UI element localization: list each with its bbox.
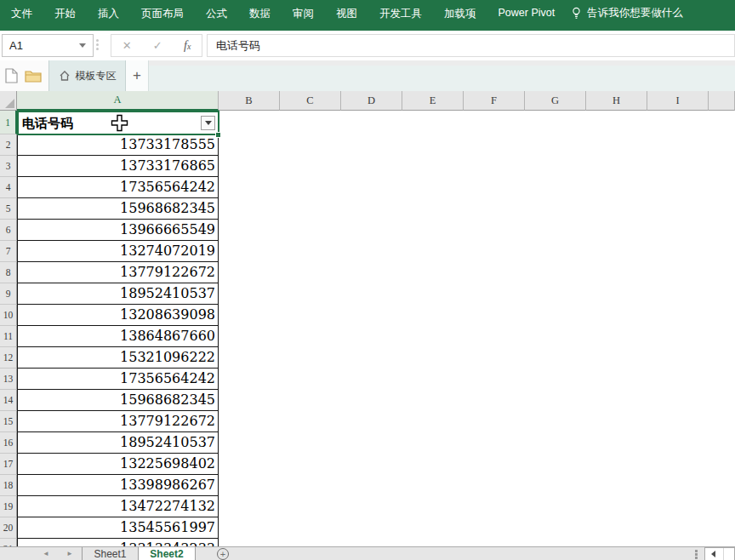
column-header-G[interactable]: G <box>525 91 586 111</box>
enter-icon[interactable]: ✓ <box>153 39 162 52</box>
name-box[interactable]: A1 <box>2 34 94 57</box>
filter-arrow-icon <box>205 121 212 125</box>
ribbon-tab-9[interactable]: 开发工具 <box>368 0 433 26</box>
row-header-18[interactable]: 18 <box>0 475 17 496</box>
sheet-tab-sheet1[interactable]: Sheet1 <box>82 547 138 560</box>
cell-A14[interactable]: 15968682345 <box>17 390 219 411</box>
row-header-11[interactable]: 11 <box>0 326 17 347</box>
cell-A8[interactable]: 13779122672 <box>17 262 219 283</box>
ribbon-tab-10[interactable]: 加载项 <box>433 0 487 26</box>
row-header-14[interactable]: 14 <box>0 390 17 411</box>
ribbon-tabs: 文件开始插入页面布局公式数据审阅视图开发工具加载项Power Pivot <box>0 0 566 26</box>
row-header-12[interactable]: 12 <box>0 347 17 369</box>
ribbon-tab-11[interactable]: Power Pivot <box>487 0 567 26</box>
row-header-1[interactable]: 1 <box>0 111 17 134</box>
name-box-dropdown-icon[interactable] <box>79 43 86 48</box>
sheet-tab-bar: ◄ ► Sheet1Sheet2 + <box>0 546 735 560</box>
row-headers: 123456789101112131415161718192021 <box>0 111 17 546</box>
row-header-5[interactable]: 5 <box>0 198 17 220</box>
cell-A7[interactable]: 13274072019 <box>17 241 219 262</box>
horizontal-scrollbar[interactable] <box>704 547 735 560</box>
cell-A2[interactable]: 13733178555 <box>17 134 219 156</box>
row-header-19[interactable]: 19 <box>0 496 17 517</box>
ribbon-tab-3[interactable]: 插入 <box>87 0 130 26</box>
column-header-partial[interactable] <box>709 91 735 111</box>
ribbon-tab-8[interactable]: 视图 <box>325 0 368 26</box>
template-zone-tab[interactable]: 模板专区 <box>48 60 126 91</box>
template-zone-label: 模板专区 <box>76 69 117 83</box>
insert-function-icon[interactable]: fx <box>184 39 191 53</box>
ribbon-tab-4[interactable]: 页面布局 <box>130 0 195 26</box>
cell-A3[interactable]: 13733176865 <box>17 156 219 177</box>
row-header-4[interactable]: 4 <box>0 177 17 198</box>
row-header-20[interactable]: 20 <box>0 517 17 539</box>
open-folder-icon[interactable] <box>25 69 42 83</box>
cell-A4[interactable]: 17356564242 <box>17 177 219 198</box>
column-headers: ABCDEFGHI <box>17 91 735 111</box>
sheet-nav-left-icon[interactable]: ◄ <box>43 550 49 557</box>
ribbon-tab-bar: 文件开始插入页面布局公式数据审阅视图开发工具加载项Power Pivot 告诉我… <box>0 0 735 31</box>
row-header-21[interactable]: 21 <box>0 539 17 546</box>
cell-A13[interactable]: 17356564242 <box>17 369 219 390</box>
column-header-A[interactable]: A <box>17 91 219 111</box>
add-template-tab-button[interactable]: + <box>126 60 149 91</box>
column-header-F[interactable]: F <box>464 91 525 111</box>
cell-A17[interactable]: 13225698402 <box>17 454 219 475</box>
select-all-corner[interactable] <box>0 91 17 111</box>
cell-A10[interactable]: 13208639098 <box>17 305 219 326</box>
cell-A18[interactable]: 13398986267 <box>17 475 219 496</box>
name-box-value: A1 <box>3 39 79 52</box>
row-header-17[interactable]: 17 <box>0 454 17 475</box>
formula-input[interactable]: 电话号码 <box>207 34 735 57</box>
column-header-B[interactable]: B <box>219 91 280 111</box>
new-document-icon[interactable] <box>5 68 18 83</box>
worksheet-grid: ABCDEFGHI 123456789101112131415161718192… <box>0 91 735 546</box>
column-header-I[interactable]: I <box>647 91 709 111</box>
cell-A19[interactable]: 13472274132 <box>17 496 219 517</box>
ribbon-tab-6[interactable]: 数据 <box>238 0 282 26</box>
tell-me-box[interactable]: 告诉我你想要做什么 <box>566 0 692 20</box>
ribbon-tab-1[interactable]: 文件 <box>0 0 43 26</box>
column-header-D[interactable]: D <box>341 91 402 111</box>
row-header-8[interactable]: 8 <box>0 262 17 283</box>
row-header-9[interactable]: 9 <box>0 283 17 305</box>
column-header-H[interactable]: H <box>586 91 647 111</box>
cell-A5[interactable]: 15968682345 <box>17 198 219 220</box>
cell-A9[interactable]: 18952410537 <box>17 283 219 305</box>
cell-A6[interactable]: 13966665549 <box>17 220 219 241</box>
row-header-2[interactable]: 2 <box>0 134 17 156</box>
cancel-icon[interactable]: ✕ <box>122 39 132 52</box>
formula-buttons: ✕ ✓ fx <box>111 34 202 57</box>
cell-A21[interactable]: 13313343233 <box>17 539 219 546</box>
cell-A15[interactable]: 13779122672 <box>17 411 219 432</box>
scroll-left-icon[interactable] <box>711 551 715 557</box>
column-header-E[interactable]: E <box>402 91 464 111</box>
strip-icons <box>0 60 48 91</box>
cell-A16[interactable]: 18952410537 <box>17 432 219 454</box>
row-header-10[interactable]: 10 <box>0 305 17 326</box>
row-header-13[interactable]: 13 <box>0 369 17 390</box>
cell-A11[interactable]: 13864867660 <box>17 326 219 347</box>
tab-splitter-handle[interactable] <box>695 549 698 560</box>
add-sheet-button[interactable]: + <box>217 548 229 560</box>
sheet-tab-sheet2[interactable]: Sheet2 <box>138 547 196 560</box>
ribbon-tab-2[interactable]: 开始 <box>43 0 87 26</box>
template-tab-strip: 模板专区 + <box>0 60 735 91</box>
row-header-7[interactable]: 7 <box>0 241 17 262</box>
filter-dropdown-button[interactable] <box>201 116 215 130</box>
formula-bar-separator <box>96 37 99 52</box>
row-header-3[interactable]: 3 <box>0 156 17 177</box>
ribbon-tab-5[interactable]: 公式 <box>195 0 238 26</box>
cell-A20[interactable]: 13545561997 <box>17 517 219 539</box>
lightbulb-icon <box>571 7 582 20</box>
row-header-16[interactable]: 16 <box>0 432 17 454</box>
ribbon-tab-7[interactable]: 审阅 <box>282 0 325 26</box>
column-header-C[interactable]: C <box>280 91 341 111</box>
formula-bar-row: A1 ✕ ✓ fx 电话号码 <box>0 31 735 60</box>
cell-A12[interactable]: 15321096222 <box>17 347 219 369</box>
column-a-cells: 电话号码137331785551373317686517356564242159… <box>17 111 219 546</box>
row-header-15[interactable]: 15 <box>0 411 17 432</box>
sheet-nav-right-icon[interactable]: ► <box>66 550 73 557</box>
row-header-6[interactable]: 6 <box>0 220 17 241</box>
fill-handle[interactable] <box>215 132 221 138</box>
